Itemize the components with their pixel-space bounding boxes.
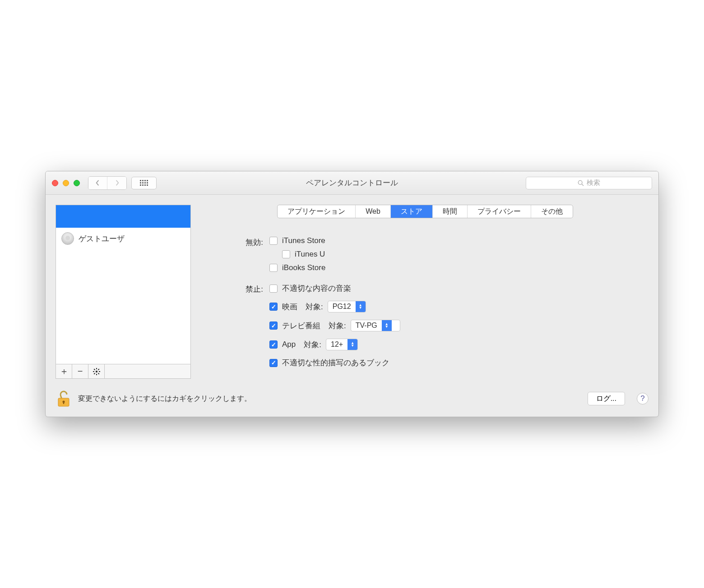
user-list[interactable]: ゲストユーザ <box>56 205 191 364</box>
tab-bar: アプリケーション Web ストア 時間 プライバシー その他 <box>277 205 573 218</box>
tab-other[interactable]: その他 <box>531 205 573 218</box>
svg-line-9 <box>94 373 95 374</box>
label-tv: テレビ番組 <box>282 321 320 331</box>
svg-line-1 <box>582 184 584 186</box>
chevron-updown-icon: ▲▼ <box>347 339 357 350</box>
target-label: 対象: <box>306 302 323 312</box>
footer: 変更できないようにするにはカギをクリックします。 ログ... ? <box>46 383 658 417</box>
chevron-updown-icon: ▲▼ <box>356 301 366 312</box>
svg-line-8 <box>98 373 99 374</box>
window-controls <box>52 180 80 186</box>
titlebar: ペアレンタルコントロール 検索 <box>46 171 658 195</box>
user-name: ゲストユーザ <box>79 234 125 244</box>
add-user-button[interactable]: ＋ <box>56 364 72 378</box>
disable-label: 無効: <box>229 236 269 248</box>
store-settings: 無効: iTunes Store iTunes U iBooks Stor <box>202 232 648 379</box>
forward-button[interactable] <box>107 177 126 189</box>
grid-icon <box>140 180 148 186</box>
select-movies[interactable]: PG12 ▲▼ <box>328 301 366 312</box>
label-itunes-u: iTunes U <box>295 250 325 259</box>
list-item-selected[interactable] <box>56 205 190 228</box>
nav-buttons <box>88 176 127 190</box>
preferences-window: ペアレンタルコントロール 検索 ゲストユーザ ＋ − <box>45 171 659 417</box>
label-ibooks-store: iBooks Store <box>282 263 325 272</box>
zoom-icon[interactable] <box>74 180 80 186</box>
tab-privacy[interactable]: プライバシー <box>468 205 531 218</box>
search-icon <box>578 180 584 186</box>
close-icon[interactable] <box>52 180 58 186</box>
svg-line-7 <box>94 369 95 370</box>
checkbox-app[interactable] <box>269 340 278 349</box>
select-tv[interactable]: TV-PG ▲▼ <box>351 320 400 331</box>
checkbox-ibooks-store[interactable] <box>269 264 278 272</box>
show-all-button[interactable] <box>131 177 157 189</box>
select-app[interactable]: 12+ ▲▼ <box>326 339 358 350</box>
label-explicit-books: 不適切な性的描写のあるブック <box>282 358 389 368</box>
lock-text: 変更できないようにするにはカギをクリックします。 <box>78 394 251 404</box>
restrict-label: 禁止: <box>229 283 269 294</box>
help-button[interactable]: ? <box>637 393 648 404</box>
tab-web[interactable]: Web <box>356 205 391 218</box>
tab-time[interactable]: 時間 <box>433 205 468 218</box>
target-label: 対象: <box>329 321 346 331</box>
target-label: 対象: <box>304 340 321 350</box>
svg-point-0 <box>578 180 582 184</box>
checkbox-movies[interactable] <box>269 303 278 311</box>
user-action-button[interactable] <box>88 364 105 378</box>
label-app: App <box>282 340 296 349</box>
tab-apps[interactable]: アプリケーション <box>278 205 356 218</box>
remove-user-button[interactable]: − <box>72 364 88 378</box>
checkbox-itunes-store[interactable] <box>269 237 278 245</box>
gear-icon <box>93 368 100 375</box>
lock-open-icon <box>56 389 71 408</box>
main-panel: アプリケーション Web ストア 時間 プライバシー その他 無効: iTune… <box>202 205 648 379</box>
avatar-icon <box>61 232 74 245</box>
back-button[interactable] <box>88 177 107 189</box>
chevron-updown-icon: ▲▼ <box>382 320 392 331</box>
label-explicit-music: 不適切な内容の音楽 <box>282 283 351 294</box>
sidebar: ゲストユーザ ＋ − <box>56 205 191 379</box>
svg-rect-13 <box>63 402 64 404</box>
svg-line-10 <box>98 369 99 370</box>
minimize-icon[interactable] <box>63 180 69 186</box>
list-toolbar: ＋ − <box>56 364 191 379</box>
checkbox-explicit-books[interactable] <box>269 359 278 367</box>
label-itunes-store: iTunes Store <box>282 236 325 245</box>
list-item[interactable]: ゲストユーザ <box>56 228 190 249</box>
checkbox-tv[interactable] <box>269 322 278 330</box>
search-input[interactable]: 検索 <box>526 177 652 189</box>
lock-button[interactable] <box>56 389 72 409</box>
label-movies: 映画 <box>282 302 297 312</box>
svg-point-2 <box>95 370 97 372</box>
checkbox-explicit-music[interactable] <box>269 285 278 293</box>
log-button[interactable]: ログ... <box>588 392 625 405</box>
tab-store[interactable]: ストア <box>391 205 433 218</box>
checkbox-itunes-u[interactable] <box>282 250 290 258</box>
